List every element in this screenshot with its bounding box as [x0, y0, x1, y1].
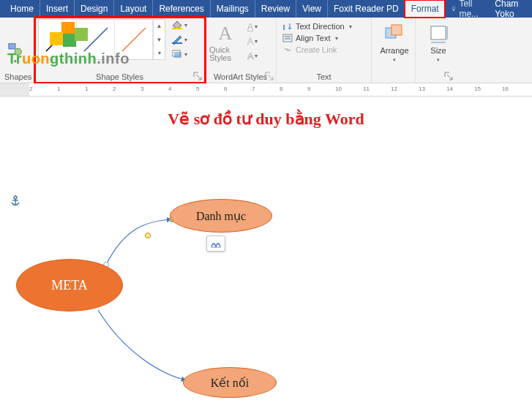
- text-effects-button[interactable]: A▾: [246, 50, 259, 61]
- size-dialog-launcher-icon[interactable]: [444, 72, 453, 80]
- wordart-a-icon: A: [219, 23, 233, 45]
- tab-layout[interactable]: Layout: [113, 0, 152, 18]
- svg-line-6: [122, 28, 146, 51]
- tell-me-label: Tell me...: [459, 0, 482, 19]
- shape-styles-gallery[interactable]: ▲ ▼ ▾: [38, 19, 165, 60]
- ruler-tick: 2: [113, 86, 116, 92]
- wordart-dialog-launcher-icon[interactable]: [265, 72, 274, 80]
- ruler-tick: 8: [280, 86, 282, 92]
- ruler-tick: 1: [57, 86, 60, 92]
- ruler-tick: 14: [446, 86, 453, 92]
- shapes-icon: [7, 41, 23, 57]
- svg-line-4: [46, 28, 70, 51]
- ruler-tick: 13: [419, 86, 425, 92]
- text-direction-button[interactable]: ⫿ Text Direction▾: [282, 22, 365, 31]
- lightbulb-icon: [451, 4, 457, 13]
- ruler-tick: 3: [141, 86, 143, 92]
- group-shape-styles: ▲ ▼ ▾ ▾ ▾ ▾ Shape Styles: [35, 18, 205, 83]
- user-name-label: Cham Yoko: [495, 0, 525, 19]
- ribbon: Truongthinh.info ▾ Shapes ▲ ▼ ▾: [0, 18, 532, 83]
- link-icon: [282, 45, 293, 54]
- text-outline-button[interactable]: A▾: [246, 35, 259, 47]
- svg-point-20: [14, 196, 17, 199]
- svg-rect-1: [453, 10, 454, 10]
- ruler-tick: 6: [224, 86, 227, 92]
- group-wordart-styles: A Quick Styles A▾ A▾ A▾ WordArt Styles: [205, 18, 277, 83]
- group-text: ⫿ Text Direction▾ Align Text▾ Create Lin…: [277, 18, 372, 83]
- size-button[interactable]: Size ▾: [420, 20, 457, 66]
- group-label-text: Text: [281, 71, 367, 81]
- svg-rect-7: [172, 28, 182, 29]
- style-thumb-2[interactable]: [77, 20, 115, 59]
- group-size: Size ▾: [416, 18, 455, 83]
- ruler-tick: 5: [196, 86, 199, 92]
- create-link-button[interactable]: Create Link: [282, 45, 365, 54]
- tab-mailings[interactable]: Mailings: [210, 0, 255, 18]
- paint-bucket-icon: [171, 20, 183, 30]
- anchor-icon: [10, 195, 20, 207]
- svg-text:⫿: ⫿: [282, 23, 286, 31]
- tab-view[interactable]: View: [296, 0, 327, 18]
- arrange-button[interactable]: Arrange ▾: [376, 20, 413, 66]
- text-fill-button[interactable]: A▾: [246, 20, 259, 32]
- ruler-tick: 10: [335, 86, 342, 92]
- svg-point-0: [452, 7, 455, 10]
- group-label-wordart: WordArt Styles: [209, 71, 271, 81]
- ruler-tick: 9: [307, 86, 310, 92]
- gallery-scroll-down[interactable]: ▼: [154, 33, 165, 47]
- shape-danhmuc-oval[interactable]: Danh mục: [170, 199, 272, 233]
- ribbon-tabs-bar: Home Insert Design Layout References Mai…: [0, 0, 532, 18]
- shapes-gallery-button[interactable]: ▾: [4, 20, 26, 64]
- shape-fill-button[interactable]: ▾: [171, 19, 187, 31]
- document-canvas[interactable]: Vẽ sơ đồ tư duy bằng Word META Danh mục …: [0, 97, 532, 411]
- document-title: Vẽ sơ đồ tư duy bằng Word: [0, 110, 532, 129]
- svg-point-3: [15, 48, 21, 55]
- style-thumb-1[interactable]: [39, 20, 77, 59]
- align-text-icon: [282, 34, 293, 42]
- connector-handle-mid[interactable]: [145, 233, 151, 238]
- user-account[interactable]: Cham Yoko: [487, 0, 532, 18]
- ruler-tick: 15: [474, 86, 481, 92]
- connectors: [0, 97, 532, 411]
- ruler-tick: 4: [168, 86, 171, 92]
- ruler-tick: 12: [391, 86, 397, 92]
- arrange-icon: [384, 23, 405, 44]
- text-direction-icon: ⫿: [282, 22, 293, 31]
- svg-rect-12: [283, 34, 292, 42]
- ruler-tick: 7: [252, 86, 255, 92]
- svg-rect-2: [9, 44, 15, 49]
- shape-ketnoi-oval[interactable]: Kết nối: [183, 367, 277, 398]
- tab-format[interactable]: Format: [405, 0, 445, 18]
- ruler-tick: 16: [502, 86, 509, 92]
- text-fill-a-icon: A: [247, 21, 254, 32]
- ruler-tick: 11: [363, 86, 370, 92]
- layout-options-button[interactable]: [206, 235, 225, 252]
- pen-icon: [171, 34, 183, 45]
- style-thumb-3[interactable]: [115, 20, 153, 59]
- text-effects-a-icon: A: [247, 50, 254, 61]
- effects-icon: [171, 49, 183, 59]
- dialog-launcher-icon[interactable]: [193, 72, 202, 80]
- tab-references[interactable]: References: [152, 0, 209, 18]
- shape-meta-oval[interactable]: META: [16, 259, 123, 312]
- horizontal-ruler[interactable]: 2112345678910111213141516: [0, 83, 532, 97]
- tab-review[interactable]: Review: [255, 0, 296, 18]
- tell-me-search[interactable]: Tell me...: [445, 0, 488, 18]
- quick-styles-button[interactable]: A Quick Styles: [209, 20, 241, 64]
- group-arrange: Arrange ▾: [372, 18, 416, 83]
- tab-insert[interactable]: Insert: [40, 0, 74, 18]
- shape-effects-button[interactable]: ▾: [171, 48, 187, 60]
- align-text-button[interactable]: Align Text▾: [282, 34, 365, 42]
- gallery-more[interactable]: ▾: [154, 46, 165, 60]
- layout-options-icon: [210, 238, 222, 249]
- shape-outline-button[interactable]: ▾: [171, 34, 187, 45]
- tab-design[interactable]: Design: [74, 0, 113, 18]
- svg-rect-17: [431, 26, 446, 39]
- text-outline-a-icon: A: [247, 36, 254, 47]
- tab-foxit-reader[interactable]: Foxit Reader PD: [327, 0, 405, 18]
- tab-home[interactable]: Home: [0, 0, 40, 18]
- group-label-shape-styles: Shape Styles: [38, 71, 201, 81]
- group-insert-shapes: ▾ Shapes: [0, 18, 35, 83]
- gallery-scroll-up[interactable]: ▲: [154, 19, 165, 33]
- svg-rect-10: [174, 52, 181, 58]
